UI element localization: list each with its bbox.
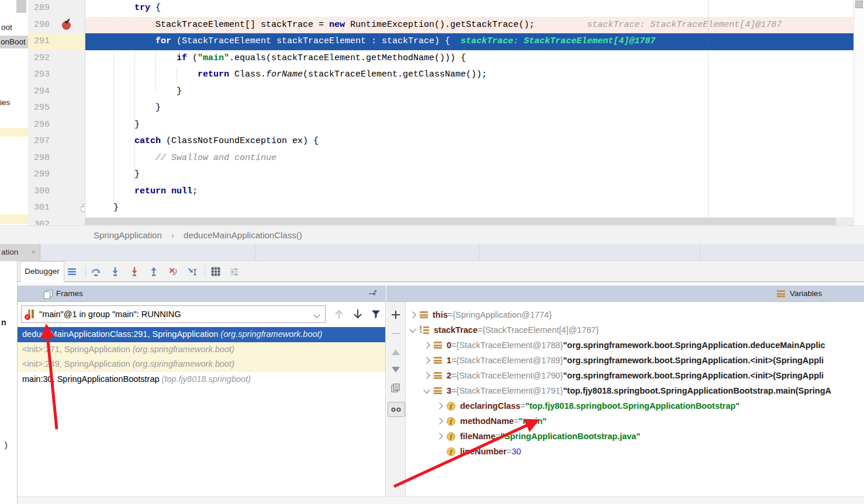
add-watch-icon[interactable] [390,310,401,320]
remove-watch-icon[interactable] [390,328,401,339]
duplicate-icon[interactable] [390,383,401,394]
move-down-icon[interactable] [390,366,401,374]
run-to-cursor-icon[interactable] [187,266,198,277]
variable-row[interactable]: flineNumber = 30 [406,444,864,459]
code-line[interactable]: catch (ClassNotFoundException ex) { [85,133,853,150]
project-scrollbar[interactable] [16,0,26,13]
code-line[interactable]: StackTraceElement[] stackTrace = new Run… [85,17,853,34]
variables-tree[interactable]: this = {SpringApplication@1774}stackTrac… [406,307,864,496]
chevron-spacer [437,449,442,454]
up-the-stack-icon[interactable] [333,308,345,321]
variable-row[interactable]: fdeclaringClass = "top.fjy8018.springboo… [406,398,864,413]
chevron-right-icon[interactable] [436,402,443,409]
code-line[interactable]: } [85,117,853,134]
gutter-line[interactable]: 300 [28,183,85,200]
code-line[interactable]: if ("main".equals(stackTraceElement.getM… [85,50,853,67]
scrollbar-thumb[interactable] [85,218,836,225]
code-line[interactable]: } [85,84,853,100]
code-line[interactable]: return null; [85,183,853,200]
variable-row[interactable]: 2 = {StackTraceElement@1790} "org.spring… [406,368,864,383]
variable-row[interactable]: this = {SpringApplication@1774} [406,307,864,322]
layout-settings-icon[interactable] [229,266,240,277]
step-into-icon[interactable] [110,266,120,277]
evaluate-expression-icon[interactable] [210,266,221,277]
editor-gutter[interactable]: 2892902912922932942952962972982993003013… [28,0,85,225]
gutter-line[interactable]: 289 [28,0,85,17]
drop-frame-icon[interactable] [168,266,178,277]
gutter-line[interactable]: 302 [28,217,85,226]
variable-row[interactable]: 3 = {StackTraceElement@1791} "top.fjy801… [406,383,864,398]
chevron-right-icon[interactable] [436,433,443,439]
force-step-into-icon[interactable] [129,266,140,277]
project-item-partial[interactable]: ies [0,98,10,107]
gutter-line[interactable]: 292 [28,50,85,67]
chevron-right-icon[interactable] [423,342,430,348]
panel-divider[interactable] [385,286,386,496]
line-number: 290 [34,17,50,34]
chevron-right-icon[interactable] [436,418,443,424]
equals-sign: = [514,413,519,429]
restore-icon[interactable] [368,290,377,298]
variable-row[interactable]: 1 = {StackTraceElement@1789} "org.spring… [406,353,864,368]
frame-row[interactable]: <init>:271, SpringApplication (org.sprin… [18,342,385,357]
frame-package: (org.springframework.boot) [133,359,234,369]
frame-row[interactable]: main:30, SpringApplicationBootstrap (top… [18,372,385,387]
chevron-right-icon[interactable] [423,357,430,363]
filter-threads-icon[interactable] [371,309,381,319]
line-number: 301 [34,200,50,217]
code-editor[interactable]: try {StackTraceElement[] stackTrace = ne… [85,0,853,217]
gutter-line[interactable]: 295 [28,100,85,117]
project-item-partial[interactable]: oot [1,23,12,32]
breadcrumb-class[interactable]: SpringApplication [94,230,162,240]
variable-row[interactable]: fmethodName = "main" [406,413,864,429]
frame-row[interactable]: deduceMainApplicationClass:291, SpringAp… [18,327,385,342]
breadcrumb-method[interactable]: deduceMainApplicationClass() [184,230,302,240]
frame-location: main:30, SpringApplicationBootstrap [22,374,162,384]
chevron-right-icon[interactable] [423,372,430,378]
variable-row[interactable]: stackTrace = {StackTraceElement[4]@1787} [406,322,864,338]
chevron-down-icon[interactable] [409,326,416,332]
show-watches-toggle[interactable]: oo [388,402,405,417]
gutter-line[interactable]: 296 [28,117,85,134]
frames-list[interactable]: deduceMainApplicationClass:291, SpringAp… [18,327,385,387]
code-token: try [134,3,150,13]
gutter-line[interactable]: 301 [28,200,85,217]
frame-package: (top.fjy8018.springboot) [162,374,251,384]
step-over-icon[interactable] [91,266,101,277]
code-line[interactable]: for (StackTraceElement stackTraceElement… [85,33,853,50]
editor-horizontal-scrollbar[interactable] [85,217,853,225]
chevron-right-icon[interactable] [409,311,416,318]
variable-name: methodName [460,413,514,429]
thread-selector[interactable]: "main"@1 in group "main": RUNNING [21,305,326,323]
variable-row[interactable]: 0 = {StackTraceElement@1788} "org.spring… [406,338,864,353]
gutter-line[interactable]: 297 [28,133,85,150]
tab-debugger[interactable]: Debugger [20,261,64,282]
code-line[interactable]: try { [85,0,853,17]
threads-menu-icon[interactable] [67,266,77,277]
code-line[interactable]: return Class.forName(stackTraceElement.g… [85,67,853,84]
variable-row[interactable]: ffileName = "SpringApplicationBootstrap.… [406,429,864,444]
code-line[interactable]: } [85,166,853,183]
code-line[interactable]: // Swallow and continue [85,150,853,167]
code-line[interactable]: } [85,100,853,117]
code-line[interactable]: } [85,200,853,217]
frame-row[interactable]: <init>:249, SpringApplication (org.sprin… [18,357,385,372]
chevron-down-icon[interactable] [423,387,430,393]
gutter-line[interactable]: 293 [28,67,85,84]
scrollbar-thumb[interactable] [855,1,863,8]
close-icon[interactable]: × [31,244,36,260]
tool-window-tab[interactable]: ation × [0,244,40,261]
gutter-line[interactable]: 299 [28,166,85,183]
gutter-line[interactable]: 294 [28,84,85,100]
down-the-stack-icon[interactable] [352,308,364,321]
move-up-icon[interactable] [390,348,401,356]
editor-vertical-scrollbar[interactable] [853,0,864,225]
project-item-selected[interactable]: onBoot [0,36,28,48]
variable-name: this [433,307,448,322]
gutter-line[interactable]: 290 [28,17,85,34]
step-out-icon[interactable] [148,266,159,277]
gutter-line[interactable]: 298 [28,150,85,167]
gutter-line[interactable]: 291 [28,33,85,50]
chevron-down-icon[interactable] [313,311,320,318]
breakpoint-icon[interactable] [62,21,71,30]
